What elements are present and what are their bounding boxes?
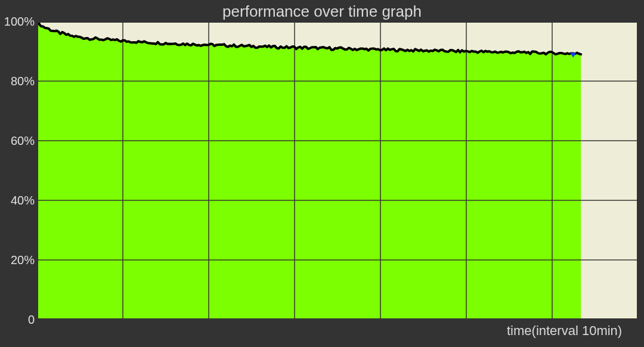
chart-title: performance over time graph xyxy=(0,2,644,21)
y-tick-label: 0 xyxy=(0,313,35,327)
y-tick-label: 100% xyxy=(0,15,35,29)
y-tick-label: 60% xyxy=(0,134,35,148)
x-axis-label: time(interval 10min) xyxy=(507,323,622,339)
y-tick-label: 40% xyxy=(0,194,35,207)
plot-border xyxy=(37,21,638,320)
y-tick-label: 80% xyxy=(0,75,35,88)
y-tick-label: 20% xyxy=(0,253,35,267)
